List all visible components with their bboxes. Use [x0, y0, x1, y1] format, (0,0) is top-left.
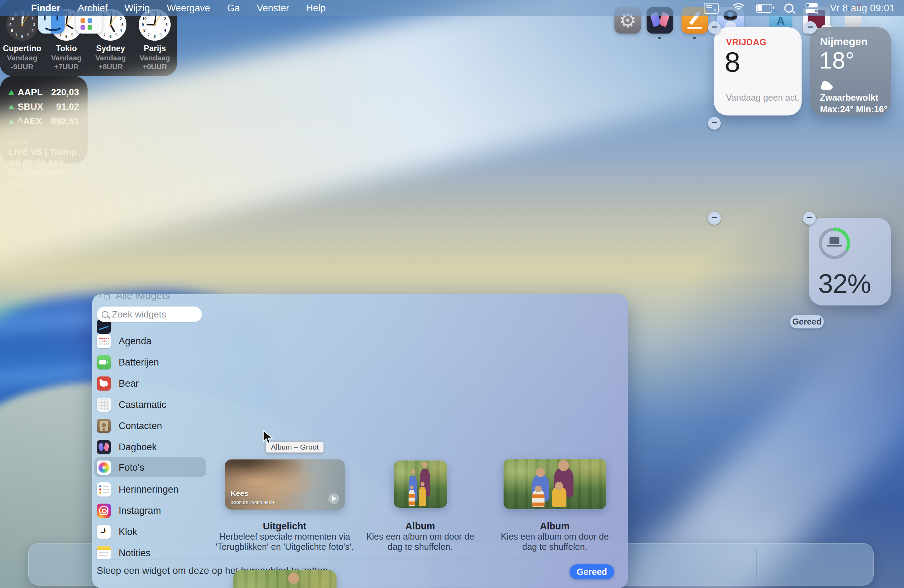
svg-text:3: 3 — [33, 23, 35, 27]
svg-text:5: 5 — [160, 33, 162, 37]
batteries-icon — [97, 355, 111, 369]
svg-text:5: 5 — [115, 33, 118, 37]
sidebar-item-bear[interactable]: Bear — [97, 374, 209, 393]
castamatic-icon — [97, 398, 111, 412]
reminders-icon — [97, 482, 111, 496]
input-source-icon[interactable] — [704, 3, 719, 14]
calendar-note: Vandaag geen act. — [726, 93, 801, 103]
widget-size-tooltip: Album – Groot — [266, 441, 324, 453]
calendar-day: 8 — [725, 48, 801, 76]
remove-widget-weather-button[interactable] — [804, 21, 817, 34]
menu-bar-clock[interactable]: Vr 8 aug 09:01 — [830, 3, 895, 14]
menu-help[interactable]: Help — [298, 0, 334, 16]
featured-widget-preview[interactable]: Kees DOOR DE JAREN HEEN — [225, 460, 345, 510]
svg-text:8: 8 — [11, 28, 13, 33]
svg-text:6: 6 — [153, 34, 156, 38]
gallery-done-button[interactable]: Gereed — [570, 564, 614, 579]
instagram-icon — [97, 504, 111, 518]
cell-title: Album — [502, 521, 608, 532]
sidebar-item-castamatic[interactable]: Castamatic — [97, 395, 209, 414]
wifi-icon[interactable] — [731, 3, 744, 13]
finder-running-dot — [50, 37, 53, 39]
weather-temperature: 18° — [819, 48, 891, 73]
remove-widget-clock-button[interactable] — [708, 117, 721, 130]
calendar-weekday: VRIJDAG — [726, 37, 801, 47]
search-input[interactable] — [111, 309, 190, 320]
cloud-icon — [821, 84, 833, 90]
svg-text:6: 6 — [109, 34, 112, 38]
cell-title: Uitgelicht — [214, 521, 355, 532]
journal-icon — [97, 440, 111, 454]
sidebar-item-dagboek[interactable]: Dagboek — [97, 438, 209, 457]
battery-ring — [817, 226, 852, 261]
svg-text:2: 2 — [164, 17, 166, 21]
album-large-widget-preview[interactable] — [234, 570, 337, 588]
remove-widget-battery-button[interactable] — [803, 212, 816, 224]
clock-parijs: 123456789101112 Parijs Vandaag +0UUR — [134, 8, 175, 76]
svg-text:2: 2 — [120, 17, 122, 21]
sidebar-item-instagram[interactable]: Instagram — [97, 501, 209, 520]
svg-text:4: 4 — [32, 28, 33, 33]
stock-row: ^AEX892,51 — [8, 114, 79, 128]
agenda-icon — [97, 334, 111, 348]
menu-archief[interactable]: Archief — [70, 0, 116, 16]
svg-text:6: 6 — [65, 34, 68, 38]
laptop-icon — [827, 237, 842, 247]
cell-desc: Kies een album om door de dag te shuffel… — [364, 531, 477, 552]
calendar-widget[interactable]: VRIJDAG 8 Vandaag geen act. — [714, 27, 801, 115]
sidebar-item-notities[interactable]: Notities — [97, 544, 209, 559]
widget-search-field[interactable] — [97, 307, 202, 322]
svg-text:7: 7 — [103, 33, 106, 37]
svg-text:4: 4 — [120, 28, 122, 33]
album-photo — [234, 570, 337, 588]
svg-text:7: 7 — [148, 33, 150, 37]
menu-finder[interactable]: Finder — [22, 0, 70, 16]
desktop-done-button[interactable]: Gereed — [790, 315, 824, 329]
stock-row: AAPL220,03 — [8, 85, 79, 100]
menu-venster[interactable]: Venster — [248, 0, 298, 16]
cell-desc: Kies een album om door de dag te shuffel… — [498, 531, 611, 552]
album-small-widget-preview[interactable] — [394, 460, 447, 508]
menu-weergave[interactable]: Weergave — [158, 0, 219, 16]
stock-row: SBUX91,02 — [8, 100, 79, 114]
cell-desc: Herbeleef speciale momenten via 'Terugbl… — [200, 531, 369, 552]
battery-widget[interactable]: 32% — [809, 218, 891, 305]
svg-text:10: 10 — [142, 17, 147, 21]
pages-running-dot — [693, 37, 695, 39]
album-medium-widget-preview[interactable] — [504, 459, 606, 509]
svg-text:9: 9 — [9, 23, 11, 27]
remove-widget-stocks-button[interactable] — [708, 212, 721, 224]
sidebar-item-batterijen[interactable]: Batterijen — [97, 353, 209, 372]
weather-minmax: Max:24° Min:16° — [820, 104, 891, 114]
stocks-widget[interactable]: AAPL220,03 SBUX91,02 ^AEX892,51 AD.nl LI… — [0, 76, 88, 163]
battery-status-icon[interactable] — [756, 4, 772, 13]
weather-city: Nijmegen — [820, 36, 891, 48]
sidebar-item-fotos[interactable]: Foto's — [97, 458, 209, 477]
battery-percent: 32% — [818, 268, 871, 299]
play-icon — [329, 493, 339, 504]
sidebar-item-herinneringen[interactable]: Herinneringen — [97, 480, 209, 499]
sidebar-item-contacten[interactable]: Contacten — [97, 416, 209, 435]
journal-running-dot — [658, 37, 661, 39]
svg-text:5: 5 — [27, 33, 29, 37]
spotlight-icon[interactable] — [784, 3, 793, 13]
bear-icon — [97, 376, 111, 390]
cell-title: Album — [367, 521, 473, 532]
svg-text:2: 2 — [32, 17, 33, 21]
desktop: A Tim Finder Archief Wijzig Weergave Ga … — [0, 0, 904, 588]
weather-widget[interactable]: Nijmegen 18° Zwaarbewolkt Max:24° Min:16… — [810, 27, 891, 115]
svg-text:10: 10 — [10, 17, 14, 21]
svg-text:8: 8 — [143, 28, 145, 33]
svg-text:3: 3 — [166, 23, 168, 27]
sidebar-item-klok[interactable]: Klok — [97, 522, 209, 541]
album-photo — [394, 460, 447, 508]
notes-icon — [97, 546, 111, 559]
menu-wijzig[interactable]: Wijzig — [116, 0, 158, 16]
photos-icon — [97, 460, 111, 475]
svg-text:6: 6 — [21, 34, 23, 38]
svg-text:5: 5 — [71, 33, 73, 37]
remove-widget-calendar-button[interactable] — [708, 21, 721, 34]
menu-ga[interactable]: Ga — [218, 0, 248, 16]
control-center-icon[interactable] — [806, 3, 818, 13]
wallpaper-teal — [0, 311, 78, 438]
